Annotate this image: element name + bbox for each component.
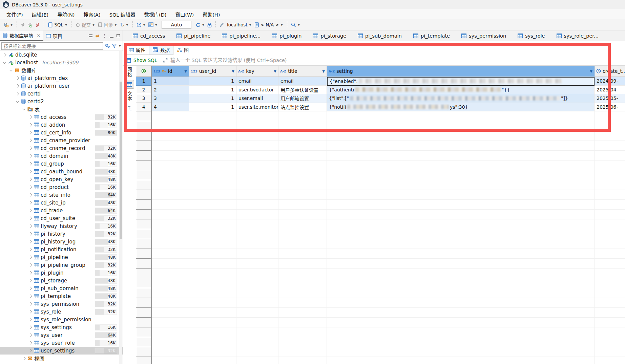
chevron-right-icon[interactable]	[29, 279, 32, 282]
tree-item-user_settings[interactable]: user_settings32K	[0, 347, 123, 355]
column-header-title[interactable]: A-Ztitle▼	[278, 66, 327, 77]
chevron-right-icon[interactable]	[29, 209, 32, 212]
chevron-right-icon[interactable]	[29, 349, 32, 352]
connect-button[interactable]	[19, 21, 26, 28]
editor-tab-sys_permission[interactable]: sys_permission	[456, 30, 512, 41]
menu-item-0[interactable]: 文件(F)	[2, 10, 27, 19]
tree-item-sys_role_permission[interactable]: sys_role_permission	[0, 316, 123, 323]
maximize-icon[interactable]	[117, 34, 120, 37]
chevron-right-icon[interactable]	[16, 92, 19, 95]
tree-item-pi_pipeline[interactable]: pi_pipeline48K	[0, 253, 123, 261]
chevron-right-icon[interactable]	[29, 139, 32, 142]
result-tab-diagram[interactable]: 图	[173, 45, 192, 55]
tree-item-pi_sub_domain[interactable]: pi_sub_domain48K	[0, 284, 123, 292]
grid-cell-user_id-row4[interactable]: 1	[189, 103, 236, 112]
tree-item-cd_group[interactable]: cd_group16K	[0, 160, 123, 168]
dropdown-caret-icon[interactable]: ▼	[280, 23, 283, 26]
dropdown-caret-icon[interactable]: ▼	[297, 23, 300, 26]
link-with-editor-icon[interactable]: ⇄	[96, 33, 99, 38]
commit-mode-field[interactable]: Auto	[162, 21, 191, 29]
menu-item-5[interactable]: 数据库(D)	[140, 10, 171, 19]
grid-cell-setting-row2[interactable]: {"authenti"}}	[327, 86, 595, 94]
minimize-icon[interactable]	[110, 37, 113, 38]
chevron-right-icon[interactable]	[29, 217, 32, 220]
grid-cell-create_t-row3[interactable]: 2025-05-	[595, 94, 625, 103]
column-sort-caret-icon[interactable]: ▼	[232, 69, 234, 73]
sql-editor-button[interactable]: SQL▼	[46, 21, 69, 28]
chevron-right-icon[interactable]	[29, 287, 32, 290]
sidebar-scrollbar[interactable]	[119, 51, 122, 364]
tree-item-pi_history_log[interactable]: pi_history_log48K	[0, 238, 123, 245]
tree-item-sys_permission[interactable]: sys_permission32K	[0, 300, 123, 308]
transaction-log-button[interactable]: ▼	[118, 21, 130, 28]
tree-item-sys_settings[interactable]: sys_settings16K	[0, 323, 123, 331]
disconnect-button[interactable]	[34, 21, 41, 28]
tab-database-navigator[interactable]: 数据库导航 ×	[0, 30, 43, 41]
tree-item-cd_domain[interactable]: cd_domain48K	[0, 152, 123, 160]
show-sql-link[interactable]: Show SQL	[133, 58, 157, 63]
tree-item-cd_access[interactable]: cd_access32K	[0, 113, 123, 121]
dropdown-caret-icon[interactable]: ▼	[92, 23, 95, 26]
tree-item-cd_cname_provider[interactable]: cd_cname_provider	[0, 136, 123, 144]
menu-item-7[interactable]: 帮助(H)	[198, 10, 224, 19]
chevron-right-icon[interactable]	[29, 256, 32, 259]
editor-tab-sys_role_per[interactable]: sys_role_per...	[551, 30, 604, 41]
tree-item-localhost[interactable]: localhostlocalhost:3309	[0, 59, 123, 66]
row-number[interactable]: 1	[136, 77, 152, 86]
chevron-right-icon[interactable]	[29, 123, 32, 127]
tree-item-pi_plugin[interactable]: pi_plugin16K	[0, 269, 123, 277]
chevron-right-icon[interactable]	[29, 232, 32, 236]
tree-item-pi_notification[interactable]: pi_notification32K	[0, 245, 123, 253]
chevron-right-icon[interactable]	[29, 154, 32, 158]
grid-cell-id-row2[interactable]: 2	[152, 86, 189, 94]
tree-item-表[interactable]: 表	[0, 105, 123, 113]
grid-cell-key-row1[interactable]: email	[236, 77, 278, 86]
dropdown-caret-icon[interactable]: ▼	[143, 23, 146, 26]
column-header-setting[interactable]: A-Zsetting▼	[327, 66, 595, 77]
tree-item-视图[interactable]: 视图	[0, 355, 123, 362]
chevron-right-icon[interactable]	[29, 295, 32, 298]
grid-cell-key-row2[interactable]: user.two.factor	[236, 86, 278, 94]
connection-filter-input[interactable]	[1, 42, 103, 50]
chevron-right-icon[interactable]	[29, 310, 32, 314]
column-header-id[interactable]: 123id▼	[152, 66, 189, 77]
tree-item-flyway_history[interactable]: flyway_history16K	[0, 222, 123, 230]
grid-cell-id-row4[interactable]: 4	[152, 103, 189, 112]
grid-cell-title-row2[interactable]: 用户多重认证设置	[278, 86, 327, 94]
column-header-key[interactable]: A-Zkey▼	[236, 66, 278, 77]
refresh-button[interactable]: ▼	[194, 21, 206, 28]
tree-item-pi_template[interactable]: pi_template48K	[0, 292, 123, 300]
dashboard-button[interactable]: ▼	[135, 21, 147, 28]
tree-item-db.sqlite[interactable]: db.sqlite	[0, 51, 123, 59]
tab-projects[interactable]: 项目	[43, 30, 65, 41]
column-header-create_t[interactable]: create_t...	[595, 66, 625, 77]
chevron-down-icon[interactable]	[16, 99, 19, 103]
tree-item-pi_history[interactable]: pi_history32K	[0, 230, 123, 238]
tree-item-cd_cert_info[interactable]: cd_cert_info80K	[0, 129, 123, 136]
chevron-right-icon[interactable]	[29, 178, 32, 181]
chevron-right-icon[interactable]	[29, 193, 32, 197]
grid-cell-title-row4[interactable]: 站点监控设置	[278, 103, 327, 112]
scrollbar-thumb[interactable]	[120, 82, 122, 239]
tree-item-certd2[interactable]: certd2	[0, 98, 123, 105]
menu-item-3[interactable]: 搜索(A)	[79, 10, 105, 19]
new-connection-button[interactable]: ▼	[2, 21, 14, 28]
chevron-right-icon[interactable]	[29, 170, 32, 173]
commit-button[interactable]: 提交▼	[74, 20, 96, 29]
tree-item-数据库[interactable]: 数据库	[0, 66, 123, 74]
menu-item-4[interactable]: SQL 编辑器	[105, 10, 140, 19]
editor-tab-pi_storage[interactable]: pi_storage	[307, 30, 352, 41]
rollback-button[interactable]: 回滚▼	[96, 20, 118, 29]
tree-item-cd_site_info[interactable]: cd_site_info64K	[0, 191, 123, 199]
close-icon[interactable]: ×	[35, 33, 41, 38]
column-sort-caret-icon[interactable]: ▼	[590, 69, 592, 73]
tree-item-cd_trade[interactable]: cd_trade64K	[0, 207, 123, 214]
chevron-right-icon[interactable]	[29, 334, 32, 337]
grid-cell-user_id-row1[interactable]: 1	[189, 77, 236, 86]
chevron-right-icon[interactable]	[3, 53, 6, 57]
chevron-right-icon[interactable]	[29, 341, 32, 345]
column-sort-caret-icon[interactable]: ▼	[184, 69, 187, 73]
grid-cell-create_t-row1[interactable]: 2024-09-	[595, 77, 625, 86]
column-header-user_id[interactable]: 123user_id▼	[189, 66, 236, 77]
grid-cell-title-row1[interactable]: email	[278, 77, 327, 86]
